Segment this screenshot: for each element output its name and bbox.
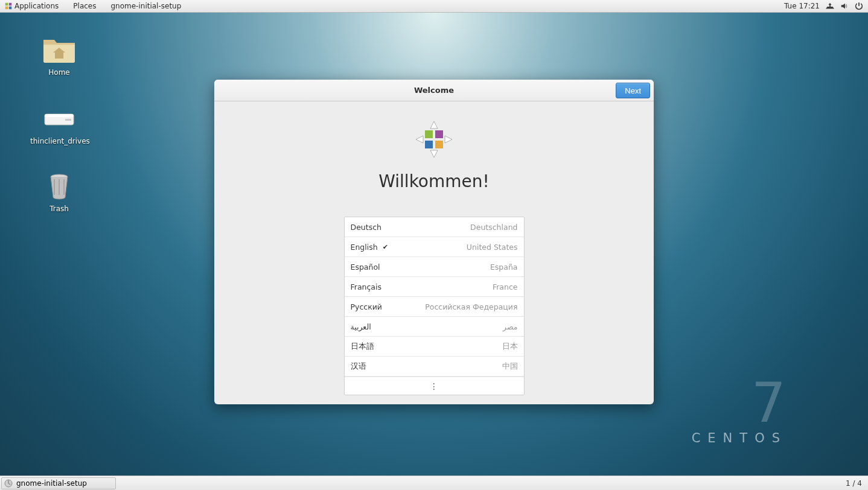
language-name: Русский — [351, 302, 382, 311]
language-row-arabic[interactable]: العربية مصر — [345, 317, 524, 337]
window-body: Willkommen! Deutsch Deutschland English … — [214, 101, 654, 404]
welcome-window: Welcome Next Willkommen! — [214, 80, 654, 404]
language-row-russian[interactable]: Русский Российская Федерация — [345, 297, 524, 317]
language-region: 中国 — [502, 361, 518, 372]
language-region: Deutschland — [470, 223, 517, 232]
network-icon[interactable] — [826, 2, 834, 10]
window-title: Welcome — [414, 86, 454, 95]
desktop: 7 CENTOS Home thinclient_drives Trash We… — [0, 13, 868, 476]
language-row-deutsch[interactable]: Deutsch Deutschland — [345, 217, 524, 237]
applications-menu[interactable]: Applications — [2, 2, 61, 10]
language-name: Français — [351, 282, 382, 291]
svg-rect-8 — [425, 130, 433, 138]
clock-label[interactable]: Tue 17:21 — [784, 2, 820, 10]
centos-logo-icon — [414, 119, 454, 159]
language-name: العربية — [351, 322, 371, 331]
svg-rect-9 — [435, 130, 443, 138]
window-header: Welcome Next — [214, 80, 654, 101]
language-name: Deutsch — [351, 223, 381, 232]
svg-marker-15 — [445, 136, 452, 143]
svg-rect-3 — [9, 7, 12, 10]
centos-brand: 7 CENTOS — [692, 378, 787, 445]
language-name: 汉语 — [351, 361, 366, 372]
language-region: France — [493, 282, 518, 291]
desktop-icon-trash[interactable]: Trash — [30, 171, 88, 213]
language-row-english[interactable]: English ✔ United States — [345, 237, 524, 257]
taskbar-task-label: gnome-initial-setup — [16, 479, 87, 488]
brand-seven: 7 — [692, 378, 787, 427]
centos-menu-icon — [5, 2, 12, 10]
svg-rect-5 — [45, 114, 74, 117]
check-icon: ✔ — [383, 243, 388, 251]
svg-marker-13 — [430, 150, 438, 158]
desktop-icon-drives[interactable]: thinclient_drives — [30, 103, 88, 145]
desktop-icon-label: thinclient_drives — [30, 137, 88, 145]
applications-menu-label: Applications — [14, 2, 59, 10]
desktop-icon-label: Home — [30, 68, 88, 77]
desktop-icon-home[interactable]: Home — [30, 34, 88, 77]
folder-home-icon — [41, 34, 77, 65]
more-icon: ⋮ — [430, 381, 438, 391]
language-row-chinese[interactable]: 汉语 中国 — [345, 357, 524, 377]
next-button[interactable]: Next — [616, 83, 650, 98]
language-row-japanese[interactable]: 日本語 日本 — [345, 337, 524, 357]
svg-rect-1 — [9, 3, 12, 6]
language-list: Deutsch Deutschland English ✔ United Sta… — [344, 217, 525, 395]
svg-marker-12 — [430, 121, 438, 129]
language-region: España — [490, 262, 518, 272]
svg-rect-6 — [65, 119, 71, 121]
taskbar-task-gnome-initial-setup[interactable]: gnome-initial-setup — [1, 477, 116, 489]
workspace-indicator[interactable]: 1 / 4 — [840, 479, 868, 488]
language-name: Español — [351, 262, 380, 272]
language-region: United States — [467, 243, 518, 252]
language-row-espanol[interactable]: Español España — [345, 257, 524, 277]
brand-name: CENTOS — [692, 431, 787, 445]
language-region: 日本 — [502, 342, 518, 352]
desktop-icon-label: Trash — [30, 205, 88, 213]
trash-icon — [41, 171, 77, 201]
language-more-button[interactable]: ⋮ — [345, 377, 524, 395]
svg-rect-0 — [5, 3, 8, 6]
language-row-francais[interactable]: Français France — [345, 277, 524, 297]
language-region: Российская Федерация — [425, 302, 517, 311]
svg-rect-2 — [5, 7, 8, 10]
svg-rect-11 — [435, 141, 443, 148]
places-menu[interactable]: Places — [71, 2, 98, 10]
language-name: 日本語 — [351, 342, 374, 352]
task-app-icon — [4, 479, 13, 488]
language-region: مصر — [503, 322, 517, 331]
volume-icon[interactable] — [840, 2, 849, 10]
welcome-heading: Willkommen! — [378, 171, 490, 191]
power-icon[interactable] — [855, 2, 863, 10]
svg-rect-10 — [425, 141, 433, 148]
drive-icon — [41, 103, 77, 133]
active-app-menu[interactable]: gnome-initial-setup — [108, 2, 183, 10]
taskbar: gnome-initial-setup 1 / 4 — [0, 476, 868, 490]
svg-marker-14 — [416, 136, 423, 143]
top-panel: Applications Places gnome-initial-setup … — [0, 0, 868, 13]
language-name: English — [351, 243, 378, 252]
